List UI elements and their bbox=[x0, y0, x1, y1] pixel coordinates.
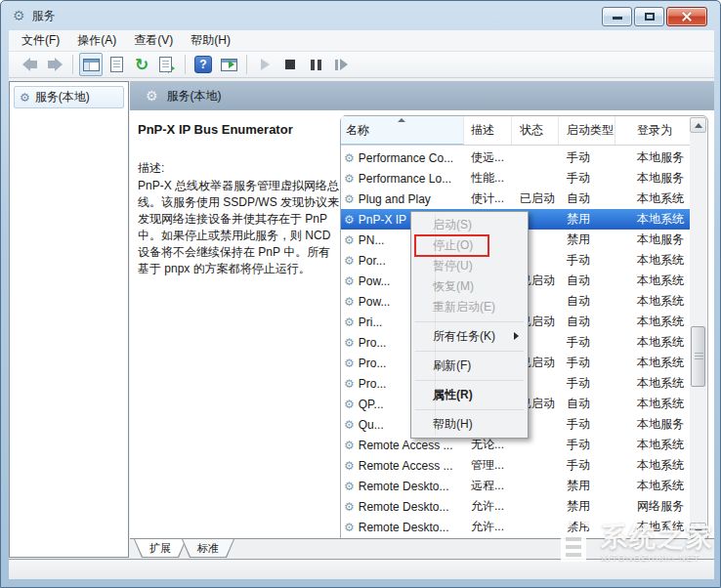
column-header-name[interactable]: 名称 bbox=[341, 116, 464, 145]
export-list-button[interactable] bbox=[155, 53, 179, 76]
context-menu-item-label: 停止(O) bbox=[433, 238, 473, 252]
status-bar bbox=[9, 559, 714, 579]
service-logon-as: 本地系统 bbox=[615, 457, 691, 474]
show-console-tree-button[interactable] bbox=[79, 53, 103, 76]
pause-service-button[interactable] bbox=[304, 53, 327, 76]
forward-button[interactable] bbox=[43, 53, 66, 76]
context-menu-item[interactable]: 重新启动(E) bbox=[412, 297, 527, 317]
table-row[interactable]: ⚙Performance Lo... 性能... 手动 本地服务 bbox=[341, 168, 691, 189]
service-name: Pro... bbox=[359, 377, 387, 391]
context-menu-item-label: 暂停(U) bbox=[433, 259, 473, 273]
service-status: 已启动 bbox=[512, 190, 559, 207]
service-name: Pro... bbox=[359, 336, 387, 350]
window-title: 服务 bbox=[32, 8, 56, 24]
context-menu-item[interactable]: 恢复(M) bbox=[412, 276, 527, 297]
tab-standard-label: 标准 bbox=[182, 541, 234, 556]
context-menu-item-label: 恢复(M) bbox=[433, 279, 474, 293]
help-button[interactable]: ? bbox=[191, 53, 215, 76]
table-row[interactable]: ⚙Plug and Play 使计... 已启动 自动 本地系统 bbox=[341, 189, 691, 209]
service-gear-icon: ⚙ bbox=[344, 439, 355, 452]
service-gear-icon: ⚙ bbox=[344, 377, 355, 391]
service-startup-type: 手动 bbox=[559, 334, 615, 351]
table-row[interactable]: ⚙Remote Deskto... 允许... 禁用 本地系统 bbox=[341, 517, 691, 537]
service-name: Remote Access ... bbox=[359, 439, 453, 452]
table-row[interactable]: ⚙Performance Co... 使远... 手动 本地服务 bbox=[341, 147, 691, 168]
toolbar: ↻ ? bbox=[9, 52, 714, 78]
context-menu-item[interactable]: 启动(S) bbox=[412, 215, 527, 235]
context-menu-item[interactable]: 所有任务(K) bbox=[412, 326, 527, 347]
column-header-startup-type[interactable]: 启动类型 bbox=[559, 116, 615, 145]
minimize-icon bbox=[613, 17, 622, 20]
service-logon-as: 本地系统 bbox=[615, 190, 691, 207]
service-name: Pri... bbox=[359, 315, 383, 329]
start-service-button[interactable] bbox=[253, 53, 276, 76]
service-gear-icon: ⚙ bbox=[344, 459, 355, 473]
service-gear-icon: ⚙ bbox=[344, 233, 355, 247]
maximize-button[interactable] bbox=[634, 7, 664, 26]
context-menu-item-label: 所有任务(K) bbox=[433, 329, 495, 343]
service-gear-icon: ⚙ bbox=[344, 398, 355, 411]
tree-item-services-local[interactable]: ⚙ 服务(本地) bbox=[14, 86, 124, 108]
service-logon-as: 本地系统 bbox=[615, 293, 691, 310]
refresh-button[interactable]: ↻ bbox=[130, 53, 153, 76]
context-menu-item[interactable]: 刷新(F) bbox=[412, 356, 527, 376]
tab-extended[interactable]: 扩展 bbox=[134, 539, 187, 558]
stop-icon bbox=[285, 60, 295, 69]
service-gear-icon: ⚙ bbox=[344, 254, 355, 268]
service-description: 远程... bbox=[464, 478, 512, 494]
column-header-logon-as[interactable]: 登录为 bbox=[615, 116, 691, 145]
table-row[interactable]: ⚙Remote Deskto... 远程... 禁用 本地系统 bbox=[341, 476, 691, 496]
forward-icon bbox=[48, 58, 63, 71]
service-description: 允许... bbox=[464, 498, 512, 515]
close-button[interactable] bbox=[666, 7, 707, 26]
description-label: 描述: bbox=[138, 160, 341, 177]
service-startup-type: 手动 bbox=[559, 252, 615, 269]
service-startup-type: 禁用 bbox=[559, 498, 615, 515]
context-menu-item[interactable]: 停止(O) bbox=[412, 235, 527, 256]
service-name: Por... bbox=[359, 254, 386, 268]
service-startup-type: 手动 bbox=[559, 416, 615, 433]
scroll-up-button[interactable] bbox=[690, 117, 706, 133]
service-description: 使计... bbox=[464, 190, 512, 207]
menubar-item[interactable]: 查看(V) bbox=[125, 29, 182, 52]
service-startup-type: 手动 bbox=[559, 437, 615, 453]
service-name: Remote Deskto... bbox=[359, 480, 449, 493]
column-header-description[interactable]: 描述 bbox=[464, 116, 512, 145]
properties-button[interactable] bbox=[105, 53, 128, 76]
table-row[interactable]: ⚙Remote Deskto... 允许... 禁用 网络服务 bbox=[341, 496, 691, 517]
service-name: Pow... bbox=[359, 295, 391, 309]
vertical-scrollbar[interactable] bbox=[690, 117, 706, 538]
service-gear-icon: ⚙ bbox=[344, 500, 355, 514]
submenu-arrow-icon bbox=[514, 332, 519, 340]
service-description: 无论... bbox=[464, 437, 512, 453]
service-name: QP... bbox=[359, 398, 384, 411]
console-tree-panel: ⚙ 服务(本地) bbox=[9, 81, 129, 558]
context-menu-item[interactable]: 帮助(H) bbox=[412, 414, 527, 435]
service-gear-icon: ⚙ bbox=[344, 336, 355, 350]
restart-service-button[interactable] bbox=[329, 53, 353, 76]
context-menu-item[interactable]: 属性(R) bbox=[412, 385, 527, 405]
service-startup-type: 禁用 bbox=[559, 519, 615, 535]
scrollbar-thumb[interactable] bbox=[691, 326, 705, 387]
service-name: Qu... bbox=[359, 418, 384, 432]
menubar-item[interactable]: 帮助(H) bbox=[182, 29, 239, 52]
extended-view-button[interactable] bbox=[217, 53, 240, 76]
service-gear-icon: ⚙ bbox=[344, 192, 355, 206]
scroll-down-button[interactable] bbox=[690, 523, 706, 538]
service-description-panel: PnP-X IP Bus Enumerator 描述: PnP-X 总线枚举器服… bbox=[138, 122, 341, 277]
column-header-status[interactable]: 状态 bbox=[512, 116, 559, 145]
menubar-item[interactable]: 文件(F) bbox=[13, 29, 68, 52]
description-text: PnP-X 总线枚举器服务管理虚拟网络总线。该服务使用 SSDP/WS 发现协议… bbox=[138, 178, 341, 277]
stop-service-button[interactable] bbox=[278, 53, 302, 76]
window-controls bbox=[600, 7, 707, 26]
tab-standard[interactable]: 标准 bbox=[182, 539, 234, 558]
back-button[interactable] bbox=[18, 53, 41, 76]
toolbar-separator bbox=[72, 55, 73, 74]
table-row[interactable]: ⚙Remote Access ... 管理... 手动 本地系统 bbox=[341, 455, 691, 476]
context-menu-item[interactable]: 暂停(U) bbox=[412, 256, 527, 276]
selected-service-title: PnP-X IP Bus Enumerator bbox=[138, 122, 341, 137]
minimize-button[interactable] bbox=[602, 7, 632, 26]
tab-extended-label: 扩展 bbox=[134, 541, 187, 556]
service-logon-as: 本地系统 bbox=[615, 211, 691, 228]
menubar-item[interactable]: 操作(A) bbox=[68, 29, 125, 52]
